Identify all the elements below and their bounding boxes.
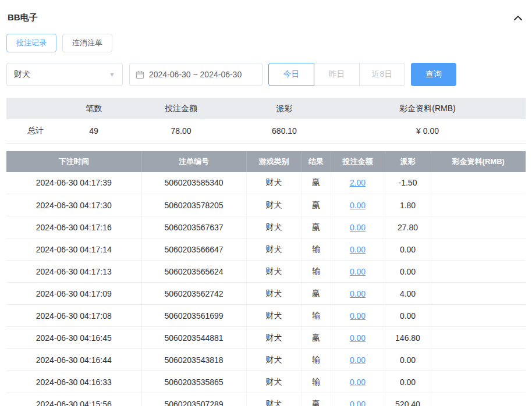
bet-amount-link[interactable]: 0.00: [350, 400, 366, 406]
game-select-value: 财犬: [14, 69, 30, 80]
bet-amount-cell: 0.00: [331, 305, 385, 327]
order-number: 5060203561699: [141, 305, 246, 327]
date-range-input[interactable]: 2024-06-30 ~ 2024-06-30: [129, 63, 263, 86]
quick-yesterday-button[interactable]: 昨日: [314, 63, 360, 86]
order-number: 5060203507289: [141, 393, 246, 406]
order-number: 5060203535865: [141, 371, 246, 393]
bonus-amount: [431, 327, 526, 349]
bonus-amount: [431, 305, 526, 327]
bet-amount-link[interactable]: 0.00: [350, 377, 366, 387]
search-button[interactable]: 查询: [411, 63, 456, 86]
game-type: 财犬: [246, 305, 302, 327]
bet-amount-link[interactable]: 0.00: [350, 201, 366, 210]
table-row: 2024-06-30 04:16:445060203543818财犬输0.000…: [6, 349, 526, 371]
chevron-down-icon: ▼: [109, 71, 115, 78]
summary-total-bet-amount: 78.00: [123, 119, 239, 143]
summary-header-payout: 派彩: [239, 98, 329, 119]
summary-table: 笔数 投注金额 派彩 彩金资料(RMB) 总计 49 78.00 680.10 …: [6, 98, 526, 144]
summary-total-label: 总计: [6, 119, 65, 143]
result: 输: [302, 261, 331, 283]
bet-time: 2024-06-30 04:17:14: [6, 238, 141, 261]
game-type: 财犬: [246, 172, 302, 194]
result: 赢: [302, 172, 331, 194]
bonus-amount: [431, 261, 526, 283]
bet-time: 2024-06-30 04:17:16: [6, 216, 141, 238]
summary-total-payout: 680.10: [239, 119, 329, 143]
payout-amount: 27.80: [385, 216, 431, 238]
order-number: 5060203585340: [141, 172, 246, 194]
bonus-amount: [431, 216, 526, 238]
bet-time: 2024-06-30 04:17:13: [6, 261, 141, 283]
result: 赢: [302, 283, 331, 305]
summary-header-row: 笔数 投注金额 派彩 彩金资料(RMB): [6, 98, 526, 119]
tab-bar: 投注记录 连消注单: [6, 34, 526, 52]
payout-amount: 1.80: [385, 194, 431, 216]
result: 输: [302, 305, 331, 327]
summary-total-bonus: ¥ 0.00: [329, 119, 526, 143]
table-row: 2024-06-30 04:15:565060203507289财犬赢0.005…: [6, 393, 526, 406]
game-type: 财犬: [246, 349, 302, 371]
result: 输: [302, 371, 331, 393]
table-row: 2024-06-30 04:17:095060203562742财犬赢0.004…: [6, 283, 526, 305]
tab-combo-orders[interactable]: 连消注单: [62, 34, 112, 52]
bet-amount-link[interactable]: 2.00: [350, 178, 366, 187]
bet-amount-link[interactable]: 0.00: [350, 311, 366, 320]
bet-amount-link[interactable]: 0.00: [350, 355, 366, 365]
game-type: 财犬: [246, 327, 302, 349]
summary-header-bonus: 彩金资料(RMB): [329, 98, 526, 119]
result: 赢: [302, 327, 331, 349]
payout-amount: 0.00: [385, 261, 431, 283]
bet-amount-cell: 0.00: [331, 393, 385, 406]
col-header-payout: 派彩: [385, 151, 431, 172]
quick-today-button[interactable]: 今日: [268, 63, 314, 86]
summary-total-row: 总计 49 78.00 680.10 ¥ 0.00: [6, 119, 526, 143]
summary-header-count: 笔数: [65, 98, 123, 119]
payout-amount: 0.00: [385, 349, 431, 371]
bet-amount-cell: 0.00: [331, 216, 385, 238]
result: 赢: [302, 393, 331, 406]
table-row: 2024-06-30 04:16:455060203544881财犬赢0.001…: [6, 327, 526, 349]
bet-table: 下注时间 注单编号 游戏类别 结果 投注金额 派彩 彩金资料(RMB) 2024…: [6, 151, 526, 406]
bet-amount-link[interactable]: 0.00: [350, 223, 366, 232]
bet-table-body: 2024-06-30 04:17:395060203585340财犬赢2.00-…: [6, 172, 526, 406]
bonus-amount: [431, 172, 526, 194]
quick-date-button-group: 今日 昨日 近8日: [268, 63, 405, 86]
bet-amount-link[interactable]: 0.00: [350, 333, 366, 343]
payout-amount: 4.00: [385, 283, 431, 305]
bonus-amount: [431, 393, 526, 406]
order-number: 5060203565624: [141, 261, 246, 283]
tab-bet-records[interactable]: 投注记录: [6, 34, 56, 52]
result: 赢: [302, 194, 331, 216]
table-row: 2024-06-30 04:17:165060203567637财犬赢0.002…: [6, 216, 526, 238]
bet-time: 2024-06-30 04:15:56: [6, 393, 141, 406]
bet-amount-link[interactable]: 0.00: [350, 289, 366, 298]
order-number: 5060203543818: [141, 349, 246, 371]
summary-total-count: 49: [65, 119, 123, 143]
table-row: 2024-06-30 04:16:335060203535865财犬输0.000…: [6, 371, 526, 393]
col-header-bet-time: 下注时间: [6, 151, 141, 172]
game-select[interactable]: 财犬 ▼: [6, 63, 123, 86]
bet-time: 2024-06-30 04:16:33: [6, 371, 141, 393]
summary-header-bet-amount: 投注金额: [123, 98, 239, 119]
bet-amount-link[interactable]: 0.00: [350, 245, 366, 254]
bet-amount-cell: 0.00: [331, 261, 385, 283]
quick-last8days-button[interactable]: 近8日: [359, 63, 405, 86]
bet-amount-link[interactable]: 0.00: [350, 267, 366, 276]
game-type: 财犬: [246, 371, 302, 393]
bet-time: 2024-06-30 04:17:09: [6, 283, 141, 305]
page-title: BB电子: [8, 12, 38, 23]
payout-amount: 146.80: [385, 327, 431, 349]
filter-bar: 财犬 ▼ 2024-06-30 ~ 2024-06-30 今日 昨日 近8日 查…: [6, 63, 526, 86]
bet-time: 2024-06-30 04:16:45: [6, 327, 141, 349]
collapse-chevron-up-icon[interactable]: [512, 13, 524, 23]
table-row: 2024-06-30 04:17:395060203585340财犬赢2.00-…: [6, 172, 526, 194]
bonus-amount: [431, 349, 526, 371]
result: 输: [302, 349, 331, 371]
col-header-bonus: 彩金资料(RMB): [431, 151, 526, 172]
bet-amount-cell: 0.00: [331, 349, 385, 371]
table-row: 2024-06-30 04:17:085060203561699财犬输0.000…: [6, 305, 526, 327]
bonus-amount: [431, 194, 526, 216]
bet-amount-cell: 0.00: [331, 238, 385, 261]
bet-amount-cell: 0.00: [331, 194, 385, 216]
table-row: 2024-06-30 04:17:145060203566647财犬输0.000…: [6, 238, 526, 261]
